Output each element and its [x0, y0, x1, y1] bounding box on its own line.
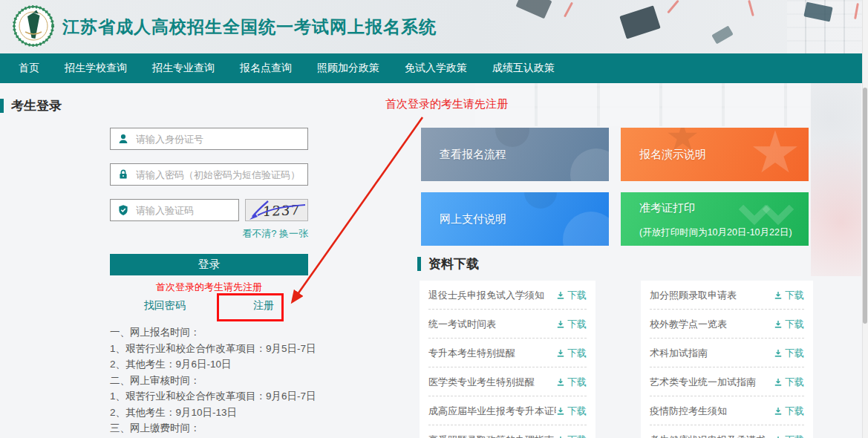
download-item: 专升本考生特别提醒 下载 [420, 339, 595, 367]
download-item-label: 疫情防控考生须知 [650, 405, 727, 418]
main-nav: 首页 招生学校查询 招生专业查询 报名点查询 照顾加分政策 免试入学政策 成绩互… [0, 53, 868, 83]
download-icon [556, 291, 565, 300]
download-link[interactable]: 下载 [556, 434, 587, 438]
downloads-right-column: 加分照顾录取申请表 下载 校外教学点一览表 下载 术科加试指南 下载 艺术类专业… [641, 281, 813, 438]
school-logo [12, 4, 55, 48]
download-link[interactable]: 下载 [556, 318, 587, 331]
captcha-field[interactable] [110, 199, 239, 221]
download-link[interactable]: 下载 [774, 289, 804, 302]
circle-decoration [570, 148, 609, 181]
login-button[interactable]: 登录 [110, 254, 308, 275]
page: 江苏省成人高校招生全国统一考试网上报名系统 首页 招生学校查询 招生专业查询 报… [0, 0, 868, 438]
card-subtitle: (开放打印时间为10月20日-10月22日) [639, 226, 792, 239]
download-item: 校外教学点一览表 下载 [641, 310, 813, 339]
nav-item-major-query[interactable]: 招生专业查询 [152, 62, 215, 75]
download-item-label: 专升本考生特别提醒 [428, 347, 515, 360]
download-icon [556, 436, 565, 438]
id-number-input[interactable] [136, 134, 301, 145]
star-decoration: ★ [749, 128, 801, 181]
schedule-line: 1、艰苦行业和校企合作改革项目：9月6日-7日 [110, 388, 316, 405]
captcha-refresh-link[interactable]: 看不清? 换一张 [208, 227, 308, 241]
schedule-line: 1、艰苦行业和校企合作改革项目：9月5日-7日 [110, 341, 316, 357]
shield-check-icon [117, 204, 129, 216]
download-icon [774, 407, 783, 416]
download-icon [774, 436, 783, 438]
background-photo-remnant [811, 83, 861, 276]
download-icon [556, 349, 565, 358]
circle-decoration [495, 128, 529, 147]
downloads-section-title-text: 资料下载 [428, 255, 479, 272]
login-links: 找回密码 注册 [110, 299, 308, 313]
download-icon [774, 291, 783, 300]
download-link[interactable]: 下载 [556, 405, 587, 418]
download-item: 疫情防控考生须知 下载 [641, 396, 813, 425]
download-link[interactable]: 下载 [774, 318, 804, 331]
card-online-payment-info[interactable]: 网上支付说明 [421, 192, 609, 246]
user-icon [117, 133, 129, 145]
lock-icon [117, 169, 129, 180]
download-icon [556, 378, 565, 387]
downloads-left-column: 退役士兵申报免试入学须知 下载 统一考试时间表 下载 专升本考生特别提醒 下载 … [420, 281, 595, 438]
nav-item-home[interactable]: 首页 [19, 62, 39, 75]
download-link[interactable]: 下载 [774, 376, 804, 389]
download-icon [556, 407, 565, 416]
login-section-title-text: 考生登录 [11, 97, 62, 114]
captcha-image[interactable]: 1237 [245, 199, 308, 221]
card-label: 查看报名流程 [440, 148, 506, 162]
circle-decoration [563, 212, 609, 246]
download-item: 艺术类专业统一加试指南 下载 [641, 367, 813, 396]
nav-item-school-query[interactable]: 招生学校查询 [65, 62, 127, 75]
download-icon [774, 378, 783, 387]
download-item: 成高应届毕业生报考专升本证明 下载 [420, 396, 595, 425]
download-item: 加分照顾录取申请表 下载 [641, 281, 813, 310]
download-link[interactable]: 下载 [556, 289, 587, 302]
section-title-bar [0, 99, 4, 113]
nav-item-score-policy[interactable]: 成绩互认政策 [492, 62, 555, 75]
download-item-label: 考生健康状况申报及承诺书 [650, 434, 766, 438]
scrollbar-track[interactable] [862, 0, 868, 438]
download-item-label: 统一考试时间表 [428, 318, 496, 331]
first-login-hint: 首次登录的考生请先注册 [110, 281, 308, 294]
password-field[interactable] [110, 163, 308, 186]
captcha-input[interactable] [136, 205, 232, 216]
chevron-decoration [763, 194, 794, 225]
id-number-field[interactable] [110, 128, 308, 150]
download-item-label: 艺术类专业统一加试指南 [650, 376, 756, 389]
password-input[interactable] [136, 169, 301, 180]
download-icon [774, 349, 783, 358]
card-view-registration-process[interactable]: 查看报名流程 [421, 128, 609, 181]
download-item: 医学类专业考生特别提醒 下载 [420, 367, 595, 396]
download-link[interactable]: 下载 [556, 376, 587, 389]
captcha-scribble [246, 200, 307, 220]
download-link[interactable]: 下载 [556, 347, 587, 360]
nav-item-bonus-policy[interactable]: 照顾加分政策 [317, 62, 379, 75]
schedule-line: 2、其他考生：9月6日-10日 [110, 356, 316, 373]
nav-item-regpoint-query[interactable]: 报名点查询 [240, 62, 292, 75]
header: 江苏省成人高校招生全国统一考试网上报名系统 [0, 0, 868, 53]
download-icon [556, 320, 565, 329]
downloads-section-title: 资料下载 [417, 255, 479, 272]
register-link[interactable]: 注册 [253, 299, 274, 313]
nav-item-exempt-policy[interactable]: 免试入学政策 [405, 62, 467, 75]
schedule-line: 二、网上审核时间： [110, 373, 316, 389]
scrollbar-thumb[interactable] [863, 88, 867, 324]
download-link[interactable]: 下载 [774, 347, 804, 360]
background-photo-remnant [475, 83, 809, 126]
annotation-register-first: 首次登录的考生请先注册 [385, 97, 508, 111]
download-item-label: 退役士兵申报免试入学须知 [428, 289, 544, 302]
card-registration-demo[interactable]: ★ ★ 报名演示说明 [621, 128, 809, 181]
card-admission-ticket-print[interactable]: 准考证打印 (开放打印时间为10月20日-10月22日) [621, 192, 809, 246]
schedule-line: 三、网上缴费时间： [110, 420, 316, 437]
card-label: 网上支付说明 [440, 212, 506, 226]
card-label: 准考证打印 [639, 201, 695, 215]
download-item: 退役士兵申报免试入学须知 下载 [420, 281, 595, 310]
download-link[interactable]: 下载 [774, 405, 804, 418]
download-link[interactable]: 下载 [774, 434, 804, 438]
download-item: 术科加试指南 下载 [641, 339, 813, 367]
download-item-label: 享受照顾录取政策的办理指南 [428, 434, 554, 438]
forgot-password-link[interactable]: 找回密码 [144, 299, 186, 313]
download-item: 统一考试时间表 下载 [420, 310, 595, 339]
download-item-label: 加分照顾录取申请表 [650, 289, 737, 302]
circle-decoration [524, 192, 557, 209]
download-icon [774, 320, 783, 329]
